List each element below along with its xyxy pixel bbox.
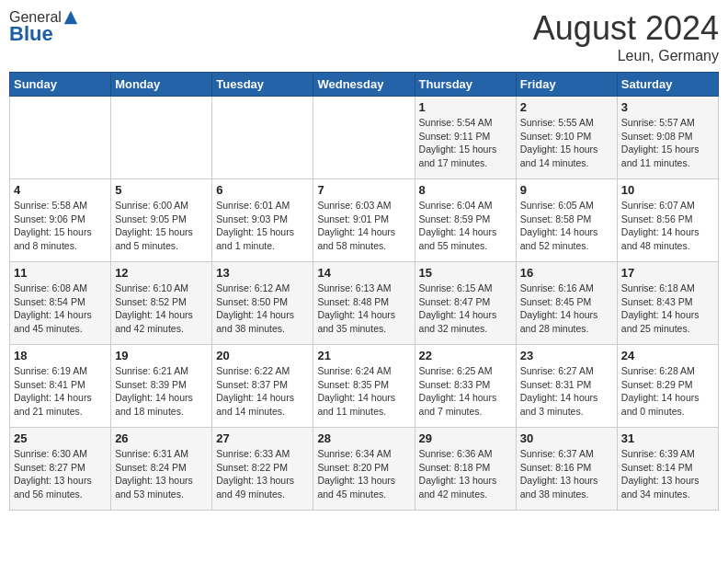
day-number: 20 [216,349,309,362]
logo-icon [63,9,79,26]
day-info: Sunrise: 6:05 AM Sunset: 8:58 PM Dayligh… [520,199,613,253]
day-info: Sunrise: 6:12 AM Sunset: 8:50 PM Dayligh… [216,282,309,336]
calendar-cell: 6Sunrise: 6:01 AM Sunset: 9:03 PM Daylig… [212,179,313,262]
day-info: Sunrise: 6:34 AM Sunset: 8:20 PM Dayligh… [317,447,410,501]
calendar-cell: 11Sunrise: 6:08 AM Sunset: 8:54 PM Dayli… [10,262,111,345]
day-info: Sunrise: 6:15 AM Sunset: 8:47 PM Dayligh… [419,282,512,336]
calendar-cell: 24Sunrise: 6:28 AM Sunset: 8:29 PM Dayli… [617,345,718,428]
day-info: Sunrise: 6:36 AM Sunset: 8:18 PM Dayligh… [419,447,512,501]
month-year-title: August 2024 [533,9,719,48]
calendar-cell: 22Sunrise: 6:25 AM Sunset: 8:33 PM Dayli… [415,345,516,428]
day-number: 19 [115,349,208,362]
header-tuesday: Tuesday [212,73,313,97]
calendar-cell [10,97,111,179]
title-block: August 2024 Leun, Germany [533,9,719,64]
logo-blue-text: Blue [9,22,53,45]
calendar-cell: 3Sunrise: 5:57 AM Sunset: 9:08 PM Daylig… [617,97,718,179]
day-number: 8 [419,183,512,197]
calendar-cell: 1Sunrise: 5:54 AM Sunset: 9:11 PM Daylig… [415,97,516,179]
day-number: 5 [115,183,208,197]
day-number: 30 [520,431,613,445]
day-number: 24 [621,349,714,362]
header-friday: Friday [516,73,617,97]
location-subtitle: Leun, Germany [533,48,719,64]
calendar-cell: 5Sunrise: 6:00 AM Sunset: 9:05 PM Daylig… [111,179,212,262]
day-number: 25 [14,431,107,445]
calendar-week-4: 25Sunrise: 6:30 AM Sunset: 8:27 PM Dayli… [10,428,719,511]
day-info: Sunrise: 6:04 AM Sunset: 8:59 PM Dayligh… [419,199,512,253]
header-saturday: Saturday [617,73,718,97]
day-number: 7 [317,183,410,197]
day-info: Sunrise: 6:28 AM Sunset: 8:29 PM Dayligh… [621,364,714,419]
header-row: Sunday Monday Tuesday Wednesday Thursday… [10,73,719,97]
day-info: Sunrise: 6:30 AM Sunset: 8:27 PM Dayligh… [14,447,107,501]
header-thursday: Thursday [415,73,516,97]
day-number: 2 [520,100,613,114]
day-info: Sunrise: 6:22 AM Sunset: 8:37 PM Dayligh… [216,364,309,419]
calendar-cell [111,97,212,179]
day-number: 15 [419,266,512,280]
day-number: 27 [216,431,309,445]
calendar-cell [313,97,415,179]
day-info: Sunrise: 6:33 AM Sunset: 8:22 PM Dayligh… [216,447,309,501]
day-info: Sunrise: 6:07 AM Sunset: 8:56 PM Dayligh… [621,199,714,253]
day-number: 21 [317,349,410,362]
calendar-cell: 14Sunrise: 6:13 AM Sunset: 8:48 PM Dayli… [313,262,415,345]
day-number: 18 [14,349,107,362]
calendar-cell: 21Sunrise: 6:24 AM Sunset: 8:35 PM Dayli… [313,345,415,428]
day-info: Sunrise: 6:01 AM Sunset: 9:03 PM Dayligh… [216,199,309,253]
day-info: Sunrise: 6:18 AM Sunset: 8:43 PM Dayligh… [621,282,714,336]
day-number: 9 [520,183,613,197]
day-info: Sunrise: 6:39 AM Sunset: 8:14 PM Dayligh… [621,447,714,501]
day-number: 13 [216,266,309,280]
calendar-cell: 18Sunrise: 6:19 AM Sunset: 8:41 PM Dayli… [10,345,111,428]
day-info: Sunrise: 6:03 AM Sunset: 9:01 PM Dayligh… [317,199,410,253]
calendar-cell: 30Sunrise: 6:37 AM Sunset: 8:16 PM Dayli… [516,428,617,511]
calendar-cell: 19Sunrise: 6:21 AM Sunset: 8:39 PM Dayli… [111,345,212,428]
day-number: 23 [520,349,613,362]
calendar-cell: 13Sunrise: 6:12 AM Sunset: 8:50 PM Dayli… [212,262,313,345]
calendar-cell: 15Sunrise: 6:15 AM Sunset: 8:47 PM Dayli… [415,262,516,345]
calendar-cell: 12Sunrise: 6:10 AM Sunset: 8:52 PM Dayli… [111,262,212,345]
day-number: 14 [317,266,410,280]
calendar-cell: 29Sunrise: 6:36 AM Sunset: 8:18 PM Dayli… [415,428,516,511]
day-info: Sunrise: 6:31 AM Sunset: 8:24 PM Dayligh… [115,447,208,501]
calendar-cell: 31Sunrise: 6:39 AM Sunset: 8:14 PM Dayli… [617,428,718,511]
svg-marker-0 [64,11,77,24]
day-info: Sunrise: 5:55 AM Sunset: 9:10 PM Dayligh… [520,116,613,170]
day-info: Sunrise: 6:25 AM Sunset: 8:33 PM Dayligh… [419,364,512,419]
calendar-week-3: 18Sunrise: 6:19 AM Sunset: 8:41 PM Dayli… [10,345,719,428]
day-info: Sunrise: 6:37 AM Sunset: 8:16 PM Dayligh… [520,447,613,501]
day-number: 12 [115,266,208,280]
day-number: 11 [14,266,107,280]
day-number: 4 [14,183,107,197]
calendar-cell: 7Sunrise: 6:03 AM Sunset: 9:01 PM Daylig… [313,179,415,262]
page-header: General Blue August 2024 Leun, Germany [9,9,719,64]
day-info: Sunrise: 6:08 AM Sunset: 8:54 PM Dayligh… [14,282,107,336]
calendar-cell: 16Sunrise: 6:16 AM Sunset: 8:45 PM Dayli… [516,262,617,345]
calendar-cell: 27Sunrise: 6:33 AM Sunset: 8:22 PM Dayli… [212,428,313,511]
calendar-cell: 17Sunrise: 6:18 AM Sunset: 8:43 PM Dayli… [617,262,718,345]
day-info: Sunrise: 6:10 AM Sunset: 8:52 PM Dayligh… [115,282,208,336]
calendar-cell: 28Sunrise: 6:34 AM Sunset: 8:20 PM Dayli… [313,428,415,511]
day-number: 22 [419,349,512,362]
calendar-cell: 8Sunrise: 6:04 AM Sunset: 8:59 PM Daylig… [415,179,516,262]
day-number: 28 [317,431,410,445]
calendar-week-0: 1Sunrise: 5:54 AM Sunset: 9:11 PM Daylig… [10,97,719,179]
calendar-cell: 26Sunrise: 6:31 AM Sunset: 8:24 PM Dayli… [111,428,212,511]
calendar-cell: 25Sunrise: 6:30 AM Sunset: 8:27 PM Dayli… [10,428,111,511]
day-info: Sunrise: 6:13 AM Sunset: 8:48 PM Dayligh… [317,282,410,336]
day-number: 29 [419,431,512,445]
day-number: 17 [621,266,714,280]
header-sunday: Sunday [10,73,111,97]
day-info: Sunrise: 6:24 AM Sunset: 8:35 PM Dayligh… [317,364,410,419]
day-info: Sunrise: 6:00 AM Sunset: 9:05 PM Dayligh… [115,199,208,253]
day-number: 3 [621,100,714,114]
calendar-body: 1Sunrise: 5:54 AM Sunset: 9:11 PM Daylig… [10,97,719,511]
calendar-cell: 23Sunrise: 6:27 AM Sunset: 8:31 PM Dayli… [516,345,617,428]
day-number: 1 [419,100,512,114]
calendar-week-1: 4Sunrise: 5:58 AM Sunset: 9:06 PM Daylig… [10,179,719,262]
header-wednesday: Wednesday [313,73,415,97]
header-monday: Monday [111,73,212,97]
day-info: Sunrise: 6:19 AM Sunset: 8:41 PM Dayligh… [14,364,107,419]
